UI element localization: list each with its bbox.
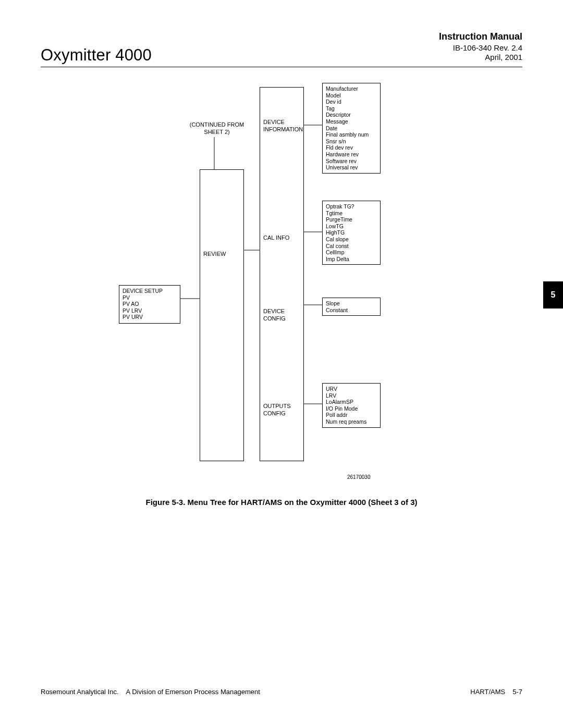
outputs-config-label: OUTPUTS CONFIG <box>263 403 305 417</box>
device-info-line2: INFORMATION <box>263 126 305 133</box>
product-title: Oxymitter 4000 <box>41 46 152 65</box>
level1-item-3: PV LRV <box>123 307 177 314</box>
footer-division: A Division of Emerson Process Management <box>126 688 260 696</box>
footer-section: HART/AMS <box>470 688 505 696</box>
footer-left: Rosemount Analytical Inc.A Division of E… <box>41 688 260 696</box>
cal-info-items: Optrak TG? Tgtime PurgeTime LowTG HighTG… <box>322 201 381 265</box>
header-right: Instruction Manual IB-106-340 Rev. 2.4 A… <box>439 31 522 61</box>
dev-info-6: Date <box>326 125 377 132</box>
continued-from-line2: SHEET 2) <box>186 129 248 136</box>
dev-info-0: Manufacturer <box>326 85 377 92</box>
out-cfg-3: I/O Pin Mode <box>326 405 377 412</box>
dev-info-12: Universal rev <box>326 164 377 171</box>
review-label: REVIEW <box>203 251 240 258</box>
level3-column: DEVICE INFORMATION CAL INFO DEVICE CONFI… <box>260 87 304 461</box>
dev-info-11: Software rev <box>326 158 377 165</box>
document-date: April, 2001 <box>439 53 522 61</box>
footer-page: 5-7 <box>512 688 522 696</box>
review-box: REVIEW <box>200 169 244 461</box>
figure-caption: Figure 5-3. Menu Tree for HART/AMS on th… <box>0 498 563 507</box>
out-cfg-0: URV <box>326 386 377 392</box>
figure-id: 26170030 <box>347 474 371 480</box>
footer-company: Rosemount Analytical Inc. <box>41 688 119 696</box>
dev-info-7: Final asmbly num <box>326 131 377 138</box>
cal-info-5: Cal slope <box>326 236 377 243</box>
level1-box: DEVICE SETUP PV PV AO PV LRV PV URV <box>119 285 180 324</box>
out-cfg-1: LRV <box>326 392 377 399</box>
document-number: IB-106-340 Rev. 2.4 <box>439 43 522 52</box>
level1-item-4: PV URV <box>123 314 177 320</box>
cal-info-6: Cal const <box>326 243 377 250</box>
dev-info-5: Message <box>326 118 377 125</box>
outputs-config-line2: CONFIG <box>263 410 305 417</box>
dev-info-9: Fld dev rev <box>326 144 377 151</box>
device-information-items: Manufacturer Model Dev id Tag Descriptor… <box>322 83 381 174</box>
cal-info-0: Optrak TG? <box>326 203 377 210</box>
section-tab: 5 <box>543 281 563 309</box>
continued-from-label: (CONTINUED FROM SHEET 2) <box>186 121 248 136</box>
dev-info-1: Model <box>326 92 377 99</box>
dev-cfg-1: Constant <box>326 307 377 314</box>
out-cfg-4: Poll addr <box>326 412 377 418</box>
cal-info-2: PurgeTime <box>326 216 377 223</box>
dev-info-3: Tag <box>326 105 377 112</box>
manual-label: Instruction Manual <box>439 31 522 42</box>
dev-info-4: Descriptor <box>326 112 377 118</box>
continued-from-line1: (CONTINUED FROM <box>186 121 248 129</box>
level1-item-2: PV AO <box>123 301 177 307</box>
out-cfg-5: Num req preams <box>326 418 377 425</box>
dev-cfg-0: Slope <box>326 300 377 307</box>
footer-right: HART/AMS5-7 <box>470 688 522 696</box>
header-rule <box>41 67 522 67</box>
outputs-config-items: URV LRV LoAlarmSP I/O Pin Mode Poll addr… <box>322 383 381 428</box>
cal-info-8: Imp Delta <box>326 256 377 263</box>
out-cfg-2: LoAlarmSP <box>326 399 377 405</box>
cal-info-7: CellImp <box>326 249 377 256</box>
level1-item-1: PV <box>123 294 177 301</box>
dev-info-10: Hardware rev <box>326 151 377 158</box>
cal-info-label: CAL INFO <box>263 235 305 242</box>
device-information-label: DEVICE INFORMATION <box>263 119 305 133</box>
cal-info-4: HighTG <box>326 229 377 236</box>
page: Oxymitter 4000 Instruction Manual IB-106… <box>0 0 563 728</box>
device-config-label: DEVICE CONFIG <box>263 308 306 323</box>
device-info-line1: DEVICE <box>263 119 305 126</box>
page-footer: Rosemount Analytical Inc.A Division of E… <box>41 688 522 696</box>
outputs-config-line1: OUTPUTS <box>263 403 305 410</box>
menu-tree-diagram: (CONTINUED FROM SHEET 2) DEVICE SETUP PV… <box>41 81 522 498</box>
device-config-items: Slope Constant <box>322 298 381 316</box>
dev-info-8: Snsr s/n <box>326 138 377 145</box>
cal-info-1: Tgtime <box>326 210 377 217</box>
dev-info-2: Dev id <box>326 98 377 105</box>
cal-info-3: LowTG <box>326 223 377 230</box>
level1-item-0: DEVICE SETUP <box>123 288 177 294</box>
